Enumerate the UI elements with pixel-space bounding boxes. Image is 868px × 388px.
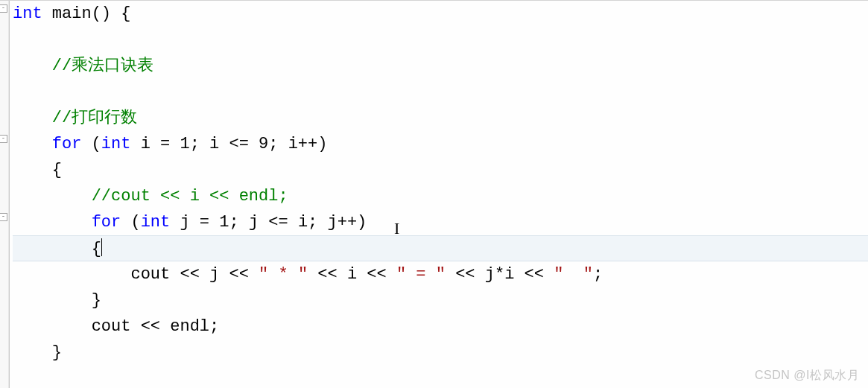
- keyword: for: [52, 135, 82, 153]
- code-line[interactable]: }: [13, 287, 868, 314]
- brace: {: [92, 240, 101, 258]
- string-literal: " * ": [259, 265, 308, 284]
- fold-icon[interactable]: -: [0, 135, 7, 143]
- comment: //乘法口诀表: [52, 57, 153, 75]
- caret-icon: [101, 238, 102, 256]
- fold-gutter: - - -: [0, 1, 9, 388]
- brace: {: [52, 161, 62, 179]
- code-text: j = 1; j <= i; j++): [170, 213, 367, 232]
- code-line-current[interactable]: {: [13, 235, 868, 261]
- code-line[interactable]: {: [13, 157, 868, 183]
- keyword-type: int: [141, 213, 171, 232]
- code-line[interactable]: [13, 27, 868, 53]
- fold-icon[interactable]: -: [0, 4, 7, 13]
- code-line[interactable]: //cout << i << endl;: [13, 183, 868, 209]
- code-text: i = 1; i <= 9; i++): [130, 135, 327, 153]
- keyword-type: int: [13, 4, 42, 23]
- code-text: cout << endl;: [92, 317, 220, 336]
- fold-icon[interactable]: -: [0, 213, 7, 221]
- comment: //打印行数: [52, 109, 137, 127]
- code-area[interactable]: int main() { //乘法口诀表 //打印行数 for (int i =…: [10, 1, 868, 388]
- code-line[interactable]: [13, 79, 868, 105]
- watermark: CSDN @I松风水月: [755, 368, 859, 384]
- brace: }: [92, 291, 101, 310]
- code-editor[interactable]: - - - int main() { //乘法口诀表 //打印行数 for (i…: [0, 0, 868, 388]
- code-line[interactable]: for (int i = 1; i <= 9; i++): [13, 131, 868, 157]
- function-name: main: [52, 4, 92, 23]
- code-line[interactable]: cout << j << " * " << i << " = " << j*i …: [13, 261, 868, 287]
- string-literal: " = ": [396, 265, 446, 284]
- code-line[interactable]: cout << endl;: [13, 314, 868, 340]
- code-line[interactable]: }: [13, 340, 868, 366]
- code-text: () {: [92, 4, 131, 23]
- brace: }: [52, 343, 62, 362]
- code-text: cout << j <<: [130, 265, 259, 284]
- code-line[interactable]: //打印行数: [13, 105, 868, 131]
- code-line[interactable]: //乘法口诀表: [13, 53, 868, 79]
- keyword-type: int: [101, 135, 131, 153]
- code-line[interactable]: int main() {: [13, 1, 868, 27]
- keyword: for: [92, 213, 121, 232]
- string-literal: " ": [554, 265, 593, 284]
- comment: //cout << i << endl;: [92, 187, 288, 206]
- code-line[interactable]: for (int j = 1; j <= i; j++)I: [13, 209, 868, 235]
